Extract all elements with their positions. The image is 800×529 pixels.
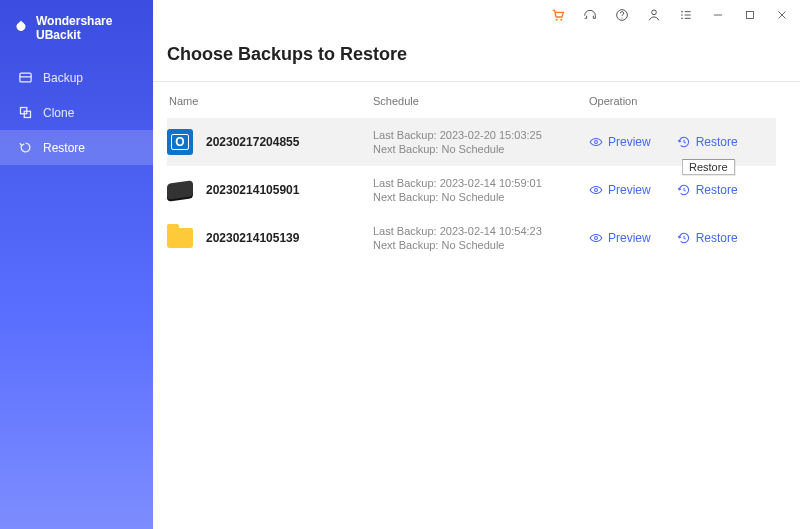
disk-icon [167,177,193,203]
restore-history-icon [677,183,691,197]
svg-point-21 [595,237,598,240]
restore-button[interactable]: Restore [677,183,738,197]
next-backup: Next Backup: No Schedule [373,143,589,155]
close-icon[interactable] [774,7,790,23]
backup-schedule: Last Backup: 2023-02-14 10:59:01 Next Ba… [373,177,589,203]
help-icon[interactable] [614,7,630,23]
next-backup: Next Backup: No Schedule [373,239,589,251]
svg-point-9 [681,11,683,13]
nav-label: Clone [43,106,74,120]
sidebar-item-restore[interactable]: Restore [0,130,153,165]
svg-point-8 [652,10,657,15]
eye-icon [589,135,603,149]
preview-button[interactable]: Preview [589,183,651,197]
backup-name: 20230214105901 [206,183,373,197]
backup-schedule: Last Backup: 2023-02-20 15:03:25 Next Ba… [373,129,589,155]
main-panel: Choose Backups to Restore Name Schedule … [153,0,800,529]
page-title: Choose Backups to Restore [167,34,776,81]
eye-icon [589,183,603,197]
preview-button[interactable]: Preview [589,135,651,149]
svg-point-11 [681,14,683,16]
outlook-icon: O [167,129,193,155]
user-icon[interactable] [646,7,662,23]
next-backup: Next Backup: No Schedule [373,191,589,203]
folder-icon [167,225,193,251]
column-operation: Operation [589,95,776,107]
backup-row[interactable]: O 20230217204855 Last Backup: 2023-02-20… [167,118,776,166]
eye-icon [589,231,603,245]
maximize-icon[interactable] [742,7,758,23]
column-name: Name [167,95,373,107]
sidebar: Wondershare UBackit Backup Clone Restore [0,0,153,529]
preview-button[interactable]: Preview [589,231,651,245]
minimize-icon[interactable] [710,7,726,23]
svg-point-7 [621,17,622,18]
headset-icon[interactable] [582,7,598,23]
last-backup: Last Backup: 2023-02-14 10:59:01 [373,177,589,189]
backup-icon [18,70,33,85]
svg-point-5 [560,19,562,21]
backup-name: 20230214105139 [206,231,373,245]
nav-label: Restore [43,141,85,155]
menu-icon[interactable] [678,7,694,23]
content-area: Choose Backups to Restore Name Schedule … [153,30,800,529]
sidebar-item-backup[interactable]: Backup [0,60,153,95]
app-title: Wondershare UBackit [36,14,141,42]
app-logo: Wondershare UBackit [0,8,153,60]
restore-button[interactable]: Restore [677,135,738,149]
backup-row[interactable]: 20230214105139 Last Backup: 2023-02-14 1… [167,214,776,262]
svg-point-20 [595,189,598,192]
backup-schedule: Last Backup: 2023-02-14 10:54:23 Next Ba… [373,225,589,251]
table-header: Name Schedule Operation [167,82,776,118]
backup-name: 20230217204855 [206,135,373,149]
svg-point-13 [681,18,683,20]
last-backup: Last Backup: 2023-02-20 15:03:25 [373,129,589,141]
restore-history-icon [677,231,691,245]
logo-icon [12,19,30,37]
nav-label: Backup [43,71,83,85]
restore-history-icon [677,135,691,149]
restore-icon [18,140,33,155]
tooltip: Restore [682,159,735,175]
svg-point-19 [595,141,598,144]
sidebar-item-clone[interactable]: Clone [0,95,153,130]
svg-point-4 [556,19,558,21]
column-schedule: Schedule [373,95,589,107]
last-backup: Last Backup: 2023-02-14 10:54:23 [373,225,589,237]
titlebar [153,0,800,30]
svg-rect-16 [747,12,754,19]
cart-icon[interactable] [550,7,566,23]
clone-icon [18,105,33,120]
restore-button[interactable]: Restore [677,231,738,245]
